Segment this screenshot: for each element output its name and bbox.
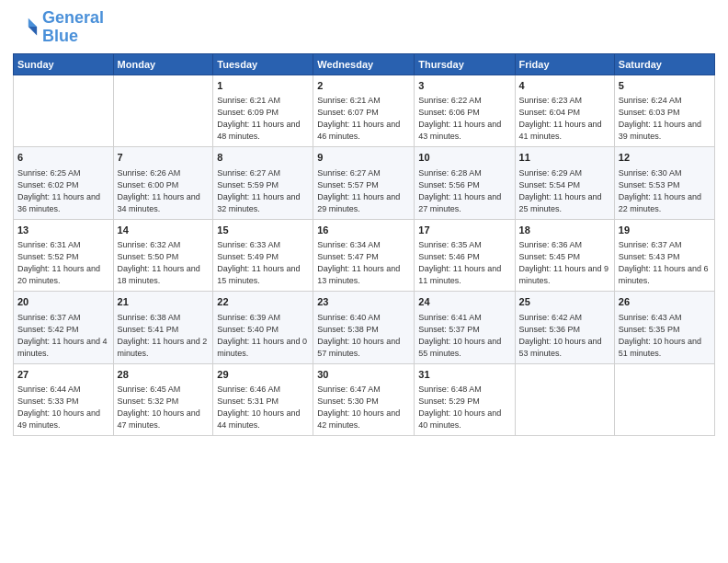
day-cell-16: 16Sunrise: 6:34 AM Sunset: 5:47 PM Dayli… [313, 219, 415, 292]
day-cell-15: 15Sunrise: 6:33 AM Sunset: 5:49 PM Dayli… [213, 219, 313, 292]
weekday-sunday: Sunday [14, 53, 114, 75]
week-row-1: 1Sunrise: 6:21 AM Sunset: 6:09 PM Daylig… [14, 75, 715, 147]
day-info: Sunrise: 6:22 AM Sunset: 6:06 PM Dayligh… [418, 95, 510, 143]
day-info: Sunrise: 6:39 AM Sunset: 5:40 PM Dayligh… [217, 312, 309, 360]
day-number: 29 [217, 368, 309, 382]
day-number: 12 [619, 151, 711, 165]
day-info: Sunrise: 6:31 AM Sunset: 5:52 PM Dayligh… [17, 239, 109, 287]
day-info: Sunrise: 6:21 AM Sunset: 6:07 PM Dayligh… [317, 95, 410, 143]
weekday-tuesday: Tuesday [213, 53, 313, 75]
empty-cell [515, 363, 614, 436]
day-info: Sunrise: 6:30 AM Sunset: 5:53 PM Dayligh… [619, 167, 711, 215]
empty-cell [614, 363, 714, 436]
day-number: 3 [418, 79, 510, 93]
weekday-friday: Friday [515, 53, 614, 75]
day-number: 24 [418, 295, 510, 309]
day-info: Sunrise: 6:45 AM Sunset: 5:32 PM Dayligh… [118, 384, 210, 431]
weekday-thursday: Thursday [415, 53, 515, 75]
day-cell-4: 4Sunrise: 6:23 AM Sunset: 6:04 PM Daylig… [515, 75, 614, 147]
day-number: 18 [519, 224, 610, 237]
day-cell-30: 30Sunrise: 6:47 AM Sunset: 5:30 PM Dayli… [313, 363, 415, 436]
day-number: 5 [619, 79, 711, 93]
weekday-saturday: Saturday [614, 53, 714, 75]
header: General Blue [13, 9, 715, 46]
day-info: Sunrise: 6:23 AM Sunset: 6:04 PM Dayligh… [519, 95, 610, 143]
day-number: 30 [317, 368, 410, 382]
svg-marker-1 [28, 27, 37, 35]
day-number: 15 [217, 224, 309, 237]
day-number: 27 [17, 368, 109, 382]
day-cell-25: 25Sunrise: 6:42 AM Sunset: 5:36 PM Dayli… [515, 292, 614, 364]
day-cell-13: 13Sunrise: 6:31 AM Sunset: 5:52 PM Dayli… [14, 219, 114, 292]
day-cell-20: 20Sunrise: 6:37 AM Sunset: 5:42 PM Dayli… [14, 292, 114, 364]
week-row-2: 6Sunrise: 6:25 AM Sunset: 6:02 PM Daylig… [14, 147, 715, 220]
day-number: 8 [217, 151, 309, 165]
day-cell-10: 10Sunrise: 6:28 AM Sunset: 5:56 PM Dayli… [415, 147, 515, 220]
day-number: 20 [17, 295, 109, 309]
day-info: Sunrise: 6:33 AM Sunset: 5:49 PM Dayligh… [217, 239, 309, 287]
day-info: Sunrise: 6:44 AM Sunset: 5:33 PM Dayligh… [17, 384, 109, 431]
day-info: Sunrise: 6:47 AM Sunset: 5:30 PM Dayligh… [317, 384, 410, 431]
day-number: 4 [519, 79, 610, 93]
logo-icon [13, 15, 39, 40]
calendar-table: SundayMondayTuesdayWednesdayThursdayFrid… [13, 53, 715, 437]
weekday-header-row: SundayMondayTuesdayWednesdayThursdayFrid… [14, 53, 715, 75]
week-row-3: 13Sunrise: 6:31 AM Sunset: 5:52 PM Dayli… [14, 219, 715, 292]
day-info: Sunrise: 6:25 AM Sunset: 6:02 PM Dayligh… [17, 167, 109, 215]
day-info: Sunrise: 6:26 AM Sunset: 6:00 PM Dayligh… [118, 167, 210, 215]
day-cell-6: 6Sunrise: 6:25 AM Sunset: 6:02 PM Daylig… [14, 147, 114, 220]
day-number: 26 [619, 295, 711, 309]
svg-marker-0 [28, 18, 37, 27]
day-number: 22 [217, 295, 309, 309]
day-info: Sunrise: 6:35 AM Sunset: 5:46 PM Dayligh… [418, 239, 510, 287]
weekday-monday: Monday [113, 53, 213, 75]
page: General Blue SundayMondayTuesdayWednesda… [0, 0, 728, 563]
day-info: Sunrise: 6:46 AM Sunset: 5:31 PM Dayligh… [217, 384, 309, 431]
day-cell-8: 8Sunrise: 6:27 AM Sunset: 5:59 PM Daylig… [213, 147, 313, 220]
day-cell-27: 27Sunrise: 6:44 AM Sunset: 5:33 PM Dayli… [14, 363, 114, 436]
day-info: Sunrise: 6:36 AM Sunset: 5:45 PM Dayligh… [519, 239, 610, 287]
day-number: 6 [17, 151, 109, 165]
day-number: 1 [217, 79, 309, 93]
day-number: 28 [118, 368, 210, 382]
day-info: Sunrise: 6:32 AM Sunset: 5:50 PM Dayligh… [118, 239, 210, 287]
day-info: Sunrise: 6:48 AM Sunset: 5:29 PM Dayligh… [418, 384, 510, 431]
day-cell-12: 12Sunrise: 6:30 AM Sunset: 5:53 PM Dayli… [614, 147, 714, 220]
day-number: 10 [418, 151, 510, 165]
day-number: 21 [118, 295, 210, 309]
day-cell-22: 22Sunrise: 6:39 AM Sunset: 5:40 PM Dayli… [213, 292, 313, 364]
day-cell-24: 24Sunrise: 6:41 AM Sunset: 5:37 PM Dayli… [415, 292, 515, 364]
empty-cell [14, 75, 114, 147]
day-cell-23: 23Sunrise: 6:40 AM Sunset: 5:38 PM Dayli… [313, 292, 415, 364]
day-number: 16 [317, 224, 410, 237]
day-number: 23 [317, 295, 410, 309]
week-row-4: 20Sunrise: 6:37 AM Sunset: 5:42 PM Dayli… [14, 292, 715, 364]
logo: General Blue [13, 9, 104, 46]
day-cell-18: 18Sunrise: 6:36 AM Sunset: 5:45 PM Dayli… [515, 219, 614, 292]
day-info: Sunrise: 6:21 AM Sunset: 6:09 PM Dayligh… [217, 95, 309, 143]
day-number: 14 [118, 224, 210, 237]
day-info: Sunrise: 6:37 AM Sunset: 5:42 PM Dayligh… [17, 312, 109, 360]
day-info: Sunrise: 6:38 AM Sunset: 5:41 PM Dayligh… [118, 312, 210, 360]
day-cell-19: 19Sunrise: 6:37 AM Sunset: 5:43 PM Dayli… [614, 219, 714, 292]
day-info: Sunrise: 6:28 AM Sunset: 5:56 PM Dayligh… [418, 167, 510, 215]
day-cell-29: 29Sunrise: 6:46 AM Sunset: 5:31 PM Dayli… [213, 363, 313, 436]
day-number: 25 [519, 295, 610, 309]
day-cell-11: 11Sunrise: 6:29 AM Sunset: 5:54 PM Dayli… [515, 147, 614, 220]
day-number: 2 [317, 79, 410, 93]
day-cell-7: 7Sunrise: 6:26 AM Sunset: 6:00 PM Daylig… [113, 147, 213, 220]
day-cell-14: 14Sunrise: 6:32 AM Sunset: 5:50 PM Dayli… [113, 219, 213, 292]
day-cell-21: 21Sunrise: 6:38 AM Sunset: 5:41 PM Dayli… [113, 292, 213, 364]
week-row-5: 27Sunrise: 6:44 AM Sunset: 5:33 PM Dayli… [14, 363, 715, 436]
day-info: Sunrise: 6:27 AM Sunset: 5:57 PM Dayligh… [317, 167, 410, 215]
day-number: 19 [619, 224, 711, 237]
day-info: Sunrise: 6:24 AM Sunset: 6:03 PM Dayligh… [619, 95, 711, 143]
day-info: Sunrise: 6:42 AM Sunset: 5:36 PM Dayligh… [519, 312, 610, 360]
day-cell-1: 1Sunrise: 6:21 AM Sunset: 6:09 PM Daylig… [213, 75, 313, 147]
day-info: Sunrise: 6:27 AM Sunset: 5:59 PM Dayligh… [217, 167, 309, 215]
day-number: 11 [519, 151, 610, 165]
day-info: Sunrise: 6:43 AM Sunset: 5:35 PM Dayligh… [619, 312, 711, 360]
day-number: 7 [118, 151, 210, 165]
day-cell-31: 31Sunrise: 6:48 AM Sunset: 5:29 PM Dayli… [415, 363, 515, 436]
logo-text: General Blue [42, 9, 104, 46]
